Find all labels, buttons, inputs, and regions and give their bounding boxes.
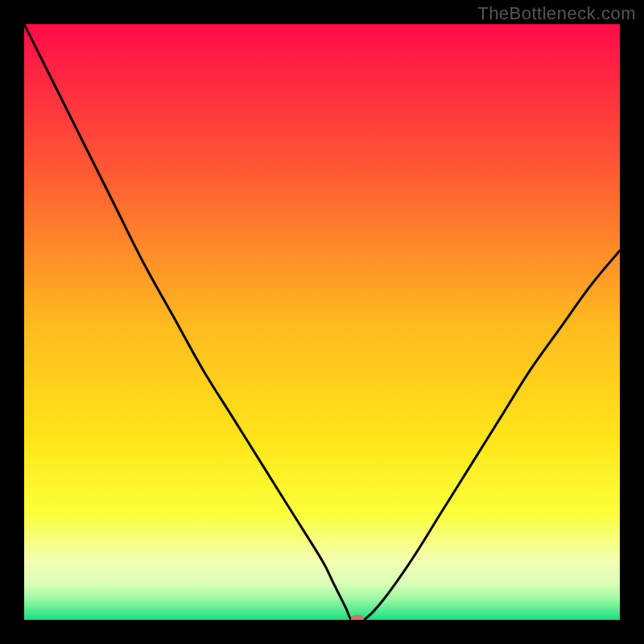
- plot-area: [24, 24, 620, 620]
- chart-frame: TheBottleneck.com: [0, 0, 644, 644]
- plot-svg: [24, 24, 620, 620]
- watermark-text: TheBottleneck.com: [477, 3, 636, 24]
- gradient-background: [24, 24, 620, 620]
- optimal-point-marker: [351, 615, 364, 620]
